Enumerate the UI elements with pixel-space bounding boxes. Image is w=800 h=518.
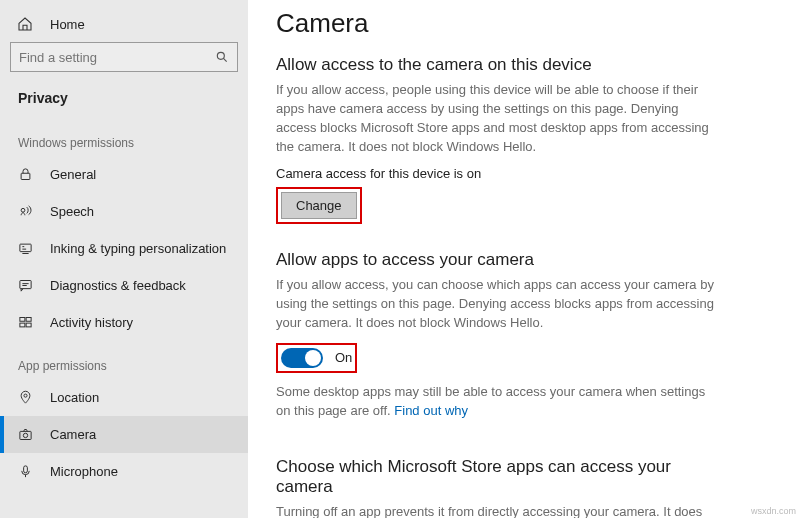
svg-rect-5: [19, 281, 30, 289]
svg-point-3: [21, 208, 25, 212]
group-windows-permissions: Windows permissions: [0, 118, 248, 156]
sidebar-item-label: Camera: [50, 427, 96, 442]
section2-heading: Allow apps to access your camera: [276, 250, 772, 270]
sidebar-item-microphone[interactable]: Microphone: [0, 453, 248, 490]
sidebar-home-label: Home: [50, 17, 85, 32]
sidebar-item-label: Location: [50, 390, 99, 405]
svg-point-12: [23, 433, 27, 437]
svg-rect-9: [26, 323, 31, 327]
svg-rect-8: [19, 323, 24, 327]
current-section-title: Privacy: [0, 88, 248, 118]
search-input[interactable]: [19, 50, 215, 65]
svg-rect-13: [23, 466, 27, 473]
section3-description: Turning off an app prevents it from dire…: [276, 503, 716, 518]
sidebar-item-activity-history[interactable]: Activity history: [0, 304, 248, 341]
sidebar-item-speech[interactable]: Speech: [0, 193, 248, 230]
sidebar-home[interactable]: Home: [0, 10, 248, 42]
inking-icon: [16, 241, 34, 256]
settings-sidebar: Home Privacy Windows permissions General…: [0, 0, 248, 518]
lock-icon: [16, 167, 34, 182]
home-icon: [16, 16, 34, 32]
search-icon: [215, 50, 229, 64]
sidebar-item-general[interactable]: General: [0, 156, 248, 193]
section2-description: If you allow access, you can choose whic…: [276, 276, 716, 333]
section2-note: Some desktop apps may still be able to a…: [276, 383, 716, 421]
microphone-icon: [16, 464, 34, 479]
section1-heading: Allow access to the camera on this devic…: [276, 55, 772, 75]
watermark: wsxdn.com: [751, 506, 796, 516]
sidebar-item-label: Microphone: [50, 464, 118, 479]
svg-rect-7: [26, 318, 31, 322]
sidebar-item-inking[interactable]: Inking & typing personalization: [0, 230, 248, 267]
sidebar-item-label: Inking & typing personalization: [50, 241, 226, 256]
sidebar-item-label: Activity history: [50, 315, 133, 330]
camera-icon: [16, 427, 34, 442]
sidebar-item-location[interactable]: Location: [0, 379, 248, 416]
svg-rect-2: [21, 173, 30, 179]
speech-icon: [16, 204, 34, 219]
group-app-permissions: App permissions: [0, 341, 248, 379]
location-icon: [16, 390, 34, 405]
activity-icon: [16, 315, 34, 330]
camera-access-status: Camera access for this device is on: [276, 166, 772, 181]
section1-description: If you allow access, people using this d…: [276, 81, 716, 156]
sidebar-item-label: General: [50, 167, 96, 182]
svg-rect-4: [19, 244, 30, 252]
feedback-icon: [16, 278, 34, 293]
find-out-why-link[interactable]: Find out why: [394, 403, 468, 418]
allow-apps-toggle[interactable]: [281, 348, 323, 368]
svg-rect-6: [19, 318, 24, 322]
svg-point-10: [23, 394, 26, 397]
svg-point-0: [217, 52, 224, 59]
section3-heading: Choose which Microsoft Store apps can ac…: [276, 457, 716, 497]
sidebar-item-label: Speech: [50, 204, 94, 219]
page-title: Camera: [276, 8, 772, 39]
sidebar-item-label: Diagnostics & feedback: [50, 278, 186, 293]
change-button[interactable]: Change: [281, 192, 357, 219]
change-button-highlight: Change: [276, 187, 362, 224]
svg-line-1: [223, 58, 226, 61]
search-box[interactable]: [10, 42, 238, 72]
content-pane: Camera Allow access to the camera on thi…: [248, 0, 800, 518]
toggle-state-label: On: [335, 350, 352, 365]
sidebar-item-diagnostics[interactable]: Diagnostics & feedback: [0, 267, 248, 304]
sidebar-item-camera[interactable]: Camera: [0, 416, 248, 453]
svg-rect-11: [19, 431, 30, 439]
toggle-highlight: On: [276, 343, 357, 373]
